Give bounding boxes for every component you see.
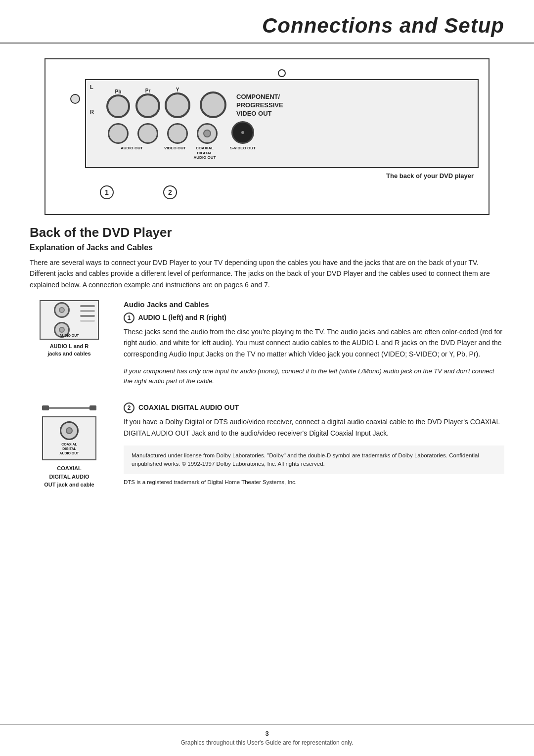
svg-rect-2: [89, 405, 96, 410]
coaxial-jack-circle: [60, 421, 79, 440]
item2-number: 2: [124, 402, 134, 413]
coaxial-item-title: COAXIAL DIGITAL AUDIO OUT: [138, 403, 239, 411]
audio-caption: AUDIO L and R jacks and cables: [47, 343, 90, 358]
coaxial-jack-label: COAXIALDIGITALAUDIO OUT: [59, 442, 79, 455]
page-number: 3: [0, 730, 534, 737]
page-footer: 3 Graphics throughout this User's Guide …: [0, 724, 534, 746]
composite-jack: [200, 91, 226, 118]
audio-jacks-heading: Audio Jacks and Cables: [124, 300, 504, 309]
cable-1: [80, 305, 95, 307]
pr-label: Pr: [145, 88, 151, 93]
section-title: Back of the DVD Player: [30, 225, 504, 240]
coaxial-right-col: 2 COAXIAL DIGITAL AUDIO OUT If you have …: [124, 402, 504, 489]
main-content: L R Pb Pr: [0, 44, 534, 504]
coaxial-section: COAXIALDIGITALAUDIO OUT COAXIAL DIGITAL …: [30, 402, 504, 489]
audio-out-diagram-label: AUDIO OUT: [59, 334, 79, 337]
video-out-jack: [167, 123, 188, 144]
pr-jack: [135, 93, 160, 118]
coaxial-jack-diagram: COAXIALDIGITALAUDIO OUT: [42, 416, 96, 460]
panel-top-notch: [278, 69, 286, 77]
back-section: Back of the DVD Player Explanation of Ja…: [30, 225, 504, 290]
audio-out-l-jack: [108, 123, 129, 144]
coaxial-jack: [197, 123, 218, 144]
audio-item1-title: AUDIO L (left) and R (right): [138, 313, 226, 321]
svideo-jack: [231, 121, 254, 144]
intro-paragraph: There are several ways to connect your D…: [30, 257, 504, 290]
coaxial-cable-svg: [42, 402, 96, 412]
audio-left-col: AUDIO OUT AUDIO L and R jacks and cables: [30, 300, 109, 393]
diagram-number-2: 2: [163, 185, 177, 199]
audio-item1-text: These jacks send the audio from the disc…: [124, 326, 504, 359]
audio-right-col: Audio Jacks and Cables 1 AUDIO L (left) …: [124, 300, 504, 393]
coaxial-item-text: If you have a Dolby Digital or DTS audio…: [124, 416, 504, 439]
coaxial-left-col: COAXIALDIGITALAUDIO OUT COAXIAL DIGITAL …: [30, 402, 109, 489]
diagram-number-1: 1: [100, 185, 114, 199]
audio-item-1: 1 AUDIO L (left) and R (right) These jac…: [124, 312, 504, 386]
pb-jack: [106, 94, 130, 118]
component-label: COMPONENT/ PROGRESSIVE VIDEO OUT: [236, 93, 283, 118]
svg-rect-1: [49, 407, 89, 409]
cable-3: [80, 315, 95, 317]
l-label: L: [90, 84, 93, 90]
svideo-bottom-label: S-VIDEO OUT: [227, 146, 259, 150]
r-label: R: [90, 109, 94, 115]
audio-out-bottom-label: AUDIO OUT: [106, 146, 158, 150]
subsection-title: Explanation of Jacks and Cables: [30, 243, 504, 252]
dvd-diagram: L R Pb Pr: [44, 58, 490, 215]
dts-notice: DTS is a registered trademark of Digital…: [124, 478, 504, 487]
cable-2: [80, 310, 95, 312]
footer-note: Graphics throughout this User's Guide ar…: [0, 739, 534, 746]
coaxial-cable-img: [40, 402, 99, 412]
jacks-section: AUDIO OUT AUDIO L and R jacks and cables…: [30, 300, 504, 393]
audio-jack-diagram: AUDIO OUT: [40, 300, 99, 340]
audio-l-jack-diagram: [54, 302, 70, 318]
page-header: Connections and Setup: [0, 0, 534, 44]
audio-item1-italic: If your component has only one input for…: [124, 366, 504, 386]
coaxial-caption: COAXIAL DIGITAL AUDIO OUT jack and cable: [44, 464, 94, 489]
audio-item-1-heading: 1 AUDIO L (left) and R (right): [124, 312, 504, 323]
coaxial-item-heading: 2 COAXIAL DIGITAL AUDIO OUT: [124, 402, 504, 413]
dolby-notice: Manufactured under license from Dolby La…: [124, 445, 504, 475]
diagram-numbers: 1 2: [100, 185, 479, 199]
diagram-caption: The back of your DVD player: [55, 172, 474, 179]
cable-4: [80, 320, 95, 322]
dvd-back-panel: L R Pb Pr: [85, 69, 479, 168]
coaxial-bottom-label: COAXIALDIGITALAUDIO OUT: [192, 146, 217, 160]
y-jack: [165, 92, 190, 118]
audio-out-r-jack: [137, 123, 158, 144]
coaxial-item: 2 COAXIAL DIGITAL AUDIO OUT If you have …: [124, 402, 504, 439]
svg-rect-0: [42, 405, 49, 410]
y-label: Y: [176, 87, 179, 92]
page-title: Connections and Setup: [30, 14, 504, 38]
item1-number: 1: [124, 312, 134, 323]
video-out-bottom-label: VIDEO OUT: [163, 146, 187, 150]
side-knob: [70, 94, 80, 104]
pb-label: Pb: [115, 89, 122, 94]
